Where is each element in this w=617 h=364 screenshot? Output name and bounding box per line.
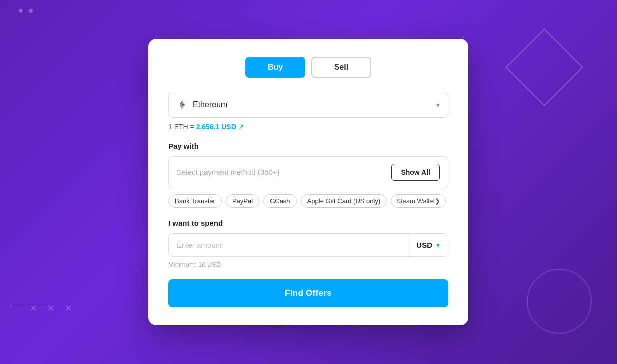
decor-circle [527, 269, 592, 334]
payment-method-selector[interactable]: Select payment method (350+) Show All [168, 156, 448, 188]
buy-button[interactable]: Buy [246, 57, 306, 78]
main-card: Buy Sell Ethereum ▾ 1 ETH = 2,656.1 USD↗… [148, 39, 468, 326]
chip-paypal[interactable]: PayPal [226, 194, 260, 208]
decor-x-3: ✕ [65, 303, 72, 314]
ethereum-icon [177, 100, 188, 110]
decor-hline [10, 306, 50, 307]
chevron-right-icon: ❯ [435, 198, 440, 205]
chip-apple-gift-card[interactable]: Apple Gift Card (US only) [301, 194, 388, 208]
payment-chips: Bank Transfer PayPal GCash Apple Gift Ca… [168, 194, 448, 208]
decor-diamond [506, 28, 584, 106]
amount-input[interactable] [169, 234, 408, 256]
currency-label: USD [416, 241, 432, 250]
chip-more-button[interactable]: Steam Wallet❯ [391, 194, 446, 208]
currency-chevron-icon: ▾ [436, 242, 440, 249]
currency-selector[interactable]: USD ▾ [408, 234, 448, 256]
crypto-selector-left: Ethereum [177, 100, 228, 110]
decor-x-2: ✕ [48, 303, 55, 314]
minimum-text: Minimum: 10 USD [168, 261, 448, 268]
chip-more-icon: Steam Wallet [396, 198, 435, 205]
amount-input-box: USD ▾ [168, 234, 448, 257]
decor-x-1: ✕ [30, 303, 38, 314]
crypto-chevron-icon: ▾ [436, 101, 440, 109]
decor-dot-1 [19, 9, 23, 13]
exchange-rate-text: 1 ETH = [168, 123, 196, 131]
chip-gcash[interactable]: GCash [264, 194, 296, 208]
crypto-selector[interactable]: Ethereum ▾ [168, 92, 448, 118]
chip-bank-transfer[interactable]: Bank Transfer [168, 194, 222, 208]
crypto-name: Ethereum [193, 100, 228, 110]
exchange-rate: 1 ETH = 2,656.1 USD↗ [168, 123, 448, 131]
buy-sell-toggle: Buy Sell [168, 57, 448, 78]
sell-button[interactable]: Sell [312, 57, 372, 78]
pay-with-label: Pay with [168, 142, 448, 150]
trend-arrow-icon: ↗ [238, 123, 244, 131]
show-all-button[interactable]: Show All [392, 164, 440, 181]
decor-dot-2 [29, 9, 33, 13]
exchange-rate-value: 2,656.1 USD [196, 123, 236, 131]
payment-placeholder: Select payment method (350+) [177, 168, 280, 176]
find-offers-button[interactable]: Find Offers [168, 280, 448, 308]
spend-label: I want to spend [168, 219, 448, 228]
decor-xmarks: ✕ ✕ ✕ [30, 303, 72, 314]
